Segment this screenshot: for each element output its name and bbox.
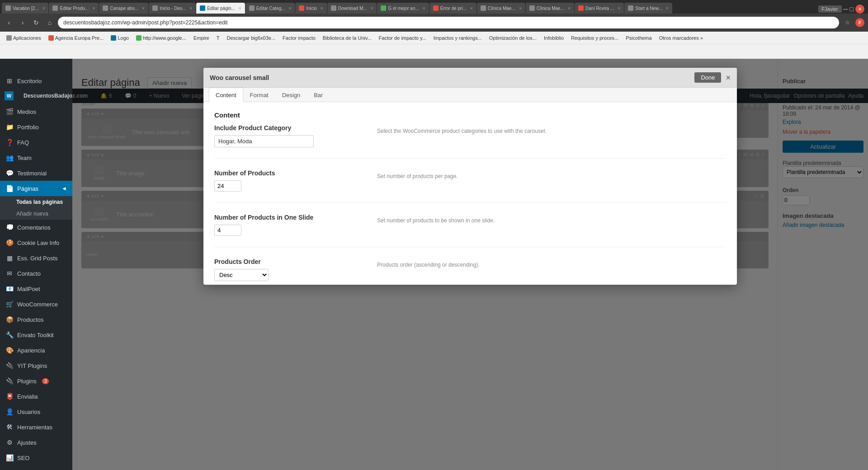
- browser-tab-13[interactable]: Dani Rovira ...×: [575, 3, 624, 14]
- sidebar-item-faq[interactable]: ❓ FAQ: [0, 135, 72, 150]
- sidebar-item-plugins[interactable]: 🔌 Plugins 3: [0, 373, 72, 389]
- back-btn[interactable]: ‹: [4, 17, 14, 28]
- bookmark-factor2[interactable]: Factor de impacto y...: [376, 34, 429, 42]
- sidebar-item-testimonial[interactable]: 💬 Testimonial: [0, 165, 72, 181]
- mailpoet-icon: 📧: [5, 285, 14, 293]
- bookmark-psicothema[interactable]: Psicothema: [623, 34, 654, 42]
- modal-title: Woo carousel small: [210, 74, 269, 81]
- bookmark-btn[interactable]: ☆: [842, 17, 853, 28]
- sidebar-item-ess[interactable]: ▦ Ess. Grid Posts: [0, 250, 72, 266]
- bookmark-t[interactable]: T: [214, 34, 222, 42]
- modal-tab-design[interactable]: Design: [275, 88, 307, 102]
- envato-icon: 🔧: [5, 331, 14, 339]
- profile-label[interactable]: FJavier: [818, 5, 842, 13]
- browser-tab-11[interactable]: Clínica Mae...×: [477, 3, 525, 14]
- bookmark-empire[interactable]: Empire: [191, 34, 212, 42]
- modal-close-button[interactable]: ×: [726, 74, 731, 82]
- modal-tab-content[interactable]: Content: [209, 88, 243, 102]
- form-left-1: Include Product Category: [214, 124, 368, 147]
- bookmark-requisitos[interactable]: Requisitos y proces...: [568, 34, 621, 42]
- submenu-anadir-nueva[interactable]: Añadir nueva: [0, 208, 72, 220]
- sidebar-item-escritorio[interactable]: ⊞ Escritorio: [0, 73, 72, 89]
- sidebar-label-cookie: Cookie Law Info: [17, 240, 59, 246]
- portfolio-icon: 📁: [5, 123, 14, 131]
- browser-tab-3[interactable]: Canape abo...×: [99, 3, 148, 14]
- product-category-input[interactable]: [214, 135, 314, 147]
- browser-tab-12[interactable]: Clínica Mae...×: [526, 3, 574, 14]
- sidebar-item-envato[interactable]: 🔧 Envato Toolkit: [0, 327, 72, 343]
- sidebar-label-yit: YIT Plugins: [17, 362, 47, 369]
- url-bar[interactable]: [58, 17, 839, 28]
- browser-tab-5[interactable]: Editar págin...×: [196, 3, 245, 14]
- minimize-btn[interactable]: ─: [844, 5, 848, 13]
- browser-tab-7[interactable]: Inicio×: [295, 3, 326, 14]
- sidebar-label-woocommerce: WooCommerce: [17, 301, 58, 308]
- products-order-select[interactable]: Desc Asc: [214, 269, 269, 281]
- browser-tab-10[interactable]: Error de pri...×: [429, 3, 476, 14]
- sidebar-label-contacto: Contacto: [17, 270, 41, 277]
- paginas-icon: 📄: [5, 184, 14, 193]
- browser-tab-8[interactable]: Download M...×: [327, 3, 377, 14]
- number-of-products-row: Number of Products Set number of product…: [214, 169, 726, 203]
- faq-icon: ❓: [5, 138, 14, 146]
- sidebar: ⊞ Escritorio ✏ Entradas 🎬 Medios 📁 Portf…: [0, 59, 72, 470]
- sidebar-item-contacto[interactable]: ✉ Contacto: [0, 266, 72, 281]
- bookmark-infobiblio[interactable]: Infobiblio: [541, 34, 566, 42]
- modal-header-right: Done ×: [694, 72, 731, 83]
- paginas-submenu: Todas las páginas Añadir nueva: [0, 196, 72, 220]
- sidebar-item-usuarios[interactable]: 👤 Usuarios: [0, 404, 72, 419]
- modal-tabs: Content Format Design Bar: [203, 88, 737, 102]
- sidebar-item-productos[interactable]: 📦 Productos: [0, 312, 72, 327]
- reload-btn[interactable]: ↻: [31, 17, 42, 28]
- bookmark-optimizacion[interactable]: Optimización de los...: [486, 34, 539, 42]
- browser-tab-2[interactable]: Editar Produ...×: [49, 3, 99, 14]
- sidebar-item-team[interactable]: 👥 Team: [0, 150, 72, 165]
- sidebar-item-yit[interactable]: 🔌 YIT Plugins: [0, 358, 72, 373]
- browser-tab-4[interactable]: Inicio - Des...×: [149, 3, 196, 14]
- sidebar-item-paginas[interactable]: 📄 Páginas ◄: [0, 181, 72, 196]
- sidebar-item-herramientas[interactable]: 🛠 Herramientas: [0, 419, 72, 435]
- sidebar-item-mailpoet[interactable]: 📧 MailPoet: [0, 281, 72, 296]
- bookmark-otros[interactable]: Otros marcadores »: [656, 34, 706, 42]
- bookmark-agencia[interactable]: Agencia Europa Pre...: [46, 34, 107, 42]
- browser-tab-14[interactable]: Start a New...×: [624, 3, 672, 14]
- maximize-btn[interactable]: □: [850, 5, 854, 13]
- modal-tab-format[interactable]: Format: [243, 88, 275, 102]
- wp-logo[interactable]: W: [5, 91, 14, 100]
- forward-btn[interactable]: ›: [17, 17, 28, 28]
- bookmark-impactos[interactable]: Impactos y rankings...: [431, 34, 485, 42]
- sidebar-item-apariencia[interactable]: 🎨 Apariencia: [0, 343, 72, 358]
- browser-tabs: Vacation [2...× Editar Produ...× Canape …: [0, 0, 868, 14]
- home-btn[interactable]: ⌂: [44, 17, 55, 28]
- sidebar-item-medios[interactable]: 🎬 Medios: [0, 104, 72, 119]
- browser-tab-1[interactable]: Vacation [2...×: [2, 3, 48, 14]
- modal-tab-bar[interactable]: Bar: [307, 88, 330, 102]
- include-product-category-row: Include Product Category Select the WooC…: [214, 124, 726, 159]
- browser-toolbar: ‹ › ↻ ⌂ ☆ F: [0, 14, 868, 32]
- close-btn[interactable]: ×: [855, 5, 864, 14]
- sidebar-item-envialia[interactable]: 📮 Envialia: [0, 389, 72, 404]
- sidebar-item-portfolio[interactable]: 📁 Portfolio: [0, 119, 72, 135]
- modal-body: Content Include Product Category Select …: [203, 102, 737, 285]
- plugins-badge: 3: [42, 378, 49, 384]
- bookmark-logo[interactable]: Logo: [108, 34, 131, 42]
- sidebar-item-seo[interactable]: 📊 SEO: [0, 450, 72, 465]
- sidebar-item-ajustes[interactable]: ⚙ Ajustes: [0, 435, 72, 450]
- browser-tab-6[interactable]: Editar Categ...×: [245, 3, 295, 14]
- profile-avatar: F: [855, 18, 864, 27]
- products-per-slide-input[interactable]: [214, 225, 241, 236]
- bookmark-descargar[interactable]: Descargar big6x03e...: [224, 34, 278, 42]
- submenu-todas-paginas[interactable]: Todas las páginas: [0, 196, 72, 208]
- browser-tab-9[interactable]: G el mejor an...×: [377, 3, 429, 14]
- bookmark-factor[interactable]: Factor impacto: [280, 34, 318, 42]
- bookmark-biblioteca[interactable]: Biblioteca de la Univ...: [320, 34, 374, 42]
- medios-icon: 🎬: [5, 108, 14, 116]
- number-of-products-input[interactable]: [214, 180, 241, 192]
- sidebar-item-comentarios[interactable]: 💭 Comentarios: [0, 220, 72, 235]
- sidebar-item-cookie[interactable]: 🍪 Cookie Law Info: [0, 235, 72, 250]
- done-button[interactable]: Done: [694, 72, 721, 83]
- bookmark-google[interactable]: http://www.google...: [133, 34, 189, 42]
- bookmark-aplicaciones[interactable]: Aplicaciones: [4, 34, 44, 42]
- sidebar-item-woocommerce[interactable]: 🛒 WooCommerce: [0, 296, 72, 312]
- sidebar-label-mailpoet: MailPoet: [17, 286, 40, 292]
